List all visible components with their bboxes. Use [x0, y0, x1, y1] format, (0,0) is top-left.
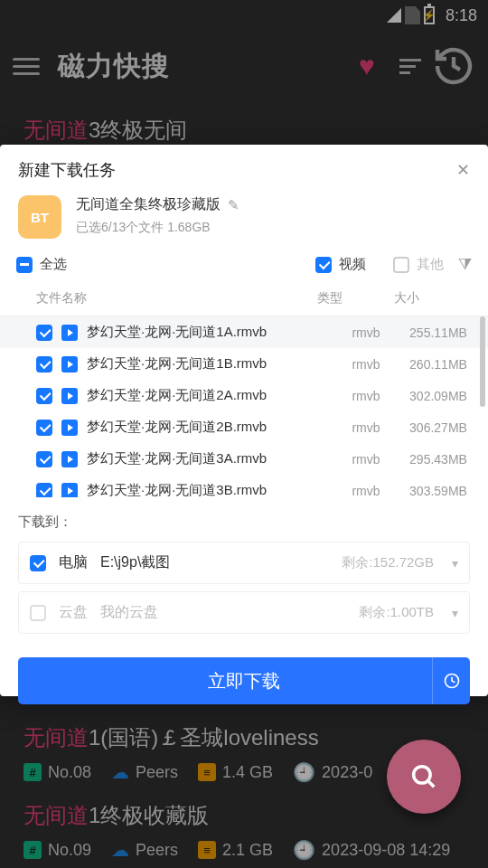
file-checkbox[interactable]: [36, 325, 52, 341]
file-checkbox[interactable]: [36, 483, 52, 498]
cloud-icon: ☁: [111, 761, 129, 783]
file-name: 梦幻天堂·龙网·无间道2A.rmvb: [87, 387, 334, 404]
new-download-dialog: 新建下载任务 ✕ BT 无间道全集终极珍藏版 ✎ 已选6/13个文件 1.68G…: [0, 145, 488, 696]
filter-button[interactable]: ⧩: [458, 255, 472, 274]
file-name: 梦幻天堂·龙网·无间道3B.rmvb: [87, 482, 334, 497]
video-file-icon: [61, 325, 78, 341]
result-title: 无间道1(国语)￡圣城loveliness: [23, 723, 465, 752]
heart-icon: ♥: [359, 51, 375, 81]
download-button-label: 立即下载: [208, 669, 280, 693]
task-name: 无间道全集终极珍藏版: [76, 195, 221, 214]
file-row[interactable]: 梦幻天堂·龙网·无间道1A.rmvbrmvb255.11MB: [0, 316, 488, 348]
status-bar: ⚡ 8:18: [0, 0, 488, 31]
file-type: rmvb: [334, 389, 398, 403]
file-list-scrollbar[interactable]: [480, 316, 485, 407]
dest-cloud-path: 我的云盘: [100, 603, 158, 622]
search-icon: [408, 761, 439, 792]
bt-badge-icon: BT: [18, 195, 61, 239]
history-button[interactable]: [432, 44, 475, 88]
filter-other-checkbox[interactable]: [393, 257, 409, 273]
file-row[interactable]: 梦幻天堂·龙网·无间道1B.rmvbrmvb260.11MB: [0, 348, 488, 380]
hash-icon: #: [23, 763, 42, 781]
favorites-button[interactable]: ♥: [345, 51, 389, 81]
wifi-icon: [387, 8, 401, 23]
schedule-icon: [443, 672, 461, 690]
edit-name-button[interactable]: ✎: [228, 197, 239, 213]
hash-icon: #: [23, 841, 42, 859]
clock-icon: 🕘: [293, 761, 315, 783]
col-name: 文件名称: [36, 290, 298, 307]
result-date: 2023-0: [322, 763, 372, 782]
file-checkbox[interactable]: [36, 451, 52, 467]
result-item[interactable]: 无间道3终极无间: [23, 101, 465, 148]
select-all-checkbox[interactable]: [16, 257, 33, 273]
file-checkbox[interactable]: [36, 420, 52, 436]
file-checkbox[interactable]: [36, 388, 52, 404]
video-file-icon: [61, 451, 78, 467]
size-icon: ≡: [198, 763, 216, 781]
filter-video-checkbox[interactable]: [315, 257, 332, 273]
file-list[interactable]: 梦幻天堂·龙网·无间道1A.rmvbrmvb255.11MB梦幻天堂·龙网·无间…: [0, 316, 488, 497]
destination-cloud[interactable]: 云盘 我的云盘 剩余:1.00TB ▾: [18, 591, 470, 634]
dialog-title: 新建下载任务: [18, 159, 456, 181]
file-row[interactable]: 梦幻天堂·龙网·无间道2A.rmvbrmvb302.09MB: [0, 380, 488, 411]
col-type: 类型: [298, 290, 361, 307]
file-size: 295.43MB: [398, 452, 488, 467]
video-file-icon: [61, 356, 78, 373]
file-row[interactable]: 梦幻天堂·龙网·无间道3B.rmvbrmvb303.59MB: [0, 475, 488, 497]
status-clock: 8:18: [446, 6, 477, 25]
svg-line-2: [428, 781, 435, 788]
file-checkbox[interactable]: [36, 356, 52, 373]
result-title: 无间道3终极无间: [23, 116, 465, 145]
dest-cloud-checkbox[interactable]: [30, 605, 46, 621]
svg-point-1: [414, 767, 430, 783]
file-type: rmvb: [334, 484, 398, 498]
file-row[interactable]: 梦幻天堂·龙网·无间道3A.rmvbrmvb295.43MB: [0, 443, 488, 475]
file-type: rmvb: [334, 326, 398, 340]
funnel-icon: ⧩: [458, 255, 472, 273]
app-bar: 磁力快搜 ♥: [0, 31, 488, 101]
dest-pc-free: 剩余:152.72GB: [342, 554, 434, 571]
close-button[interactable]: ✕: [456, 160, 470, 180]
file-name: 梦幻天堂·龙网·无间道2B.rmvb: [87, 419, 334, 436]
result-rank: No.09: [48, 841, 91, 860]
dest-pc-checkbox[interactable]: [30, 555, 46, 571]
file-type: rmvb: [334, 420, 398, 435]
status-icons: ⚡: [387, 6, 435, 24]
clock-icon: 🕘: [293, 839, 315, 861]
result-rank: No.08: [48, 763, 91, 782]
chevron-down-icon: ▾: [452, 556, 458, 571]
video-file-icon: [61, 420, 78, 436]
dest-pc-path: E:\j9p\截图: [100, 553, 170, 572]
file-name: 梦幻天堂·龙网·无间道3A.rmvb: [87, 450, 334, 467]
result-peers: Peers: [136, 763, 178, 782]
file-table-header: 文件名称 类型 大小: [0, 283, 488, 316]
history-icon: [432, 44, 475, 88]
result-size: 1.4 GB: [222, 763, 273, 782]
video-file-icon: [61, 388, 78, 404]
sort-button[interactable]: [389, 59, 432, 74]
file-type: rmvb: [334, 452, 398, 467]
size-icon: ≡: [198, 841, 216, 859]
schedule-download-button[interactable]: [432, 657, 470, 704]
menu-button[interactable]: [13, 58, 40, 75]
dest-cloud-free: 剩余:1.00TB: [359, 604, 434, 621]
task-summary: 已选6/13个文件 1.68GB: [76, 220, 239, 236]
sort-icon: [399, 59, 421, 74]
result-size: 2.1 GB: [222, 841, 273, 860]
close-icon: ✕: [456, 161, 470, 179]
file-size: 302.09MB: [398, 389, 488, 403]
destination-label: 下载到：: [0, 499, 488, 538]
result-title: 无间道1终极收藏版: [23, 801, 465, 830]
result-peers: Peers: [136, 841, 178, 860]
result-date: 2023-09-08 14:29: [322, 841, 450, 860]
dest-pc-label: 电脑: [59, 553, 88, 572]
destination-pc[interactable]: 电脑 E:\j9p\截图 剩余:152.72GB ▾: [18, 542, 470, 584]
download-button[interactable]: 立即下载: [18, 657, 470, 704]
search-fab[interactable]: [387, 740, 461, 814]
file-name: 梦幻天堂·龙网·无间道1B.rmvb: [87, 355, 334, 373]
video-file-icon: [61, 483, 78, 498]
filter-video-label: 视频: [339, 256, 366, 273]
file-row[interactable]: 梦幻天堂·龙网·无间道2B.rmvbrmvb306.27MB: [0, 411, 488, 443]
file-size: 255.11MB: [398, 326, 488, 340]
